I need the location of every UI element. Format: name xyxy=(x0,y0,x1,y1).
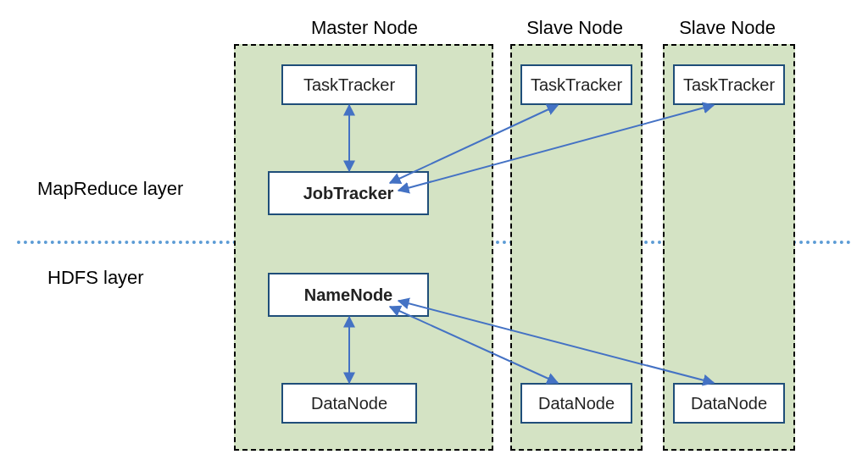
layer-label-hdfs: HDFS layer xyxy=(47,267,144,289)
comp-master-datanode: DataNode xyxy=(281,383,417,424)
node-title-master: Master Node xyxy=(280,17,449,39)
comp-master-namenode: NameNode xyxy=(268,273,429,317)
comp-slave1-tasktracker: TaskTracker xyxy=(520,64,632,105)
comp-slave1-datanode: DataNode xyxy=(520,383,632,424)
comp-master-tasktracker: TaskTracker xyxy=(281,64,417,105)
comp-slave2-tasktracker: TaskTracker xyxy=(673,64,785,105)
comp-slave2-datanode: DataNode xyxy=(673,383,785,424)
node-title-slave1: Slave Node xyxy=(507,17,643,39)
comp-master-jobtracker: JobTracker xyxy=(268,171,429,215)
layer-label-mapreduce: MapReduce layer xyxy=(37,178,183,200)
node-title-slave2: Slave Node xyxy=(659,17,795,39)
